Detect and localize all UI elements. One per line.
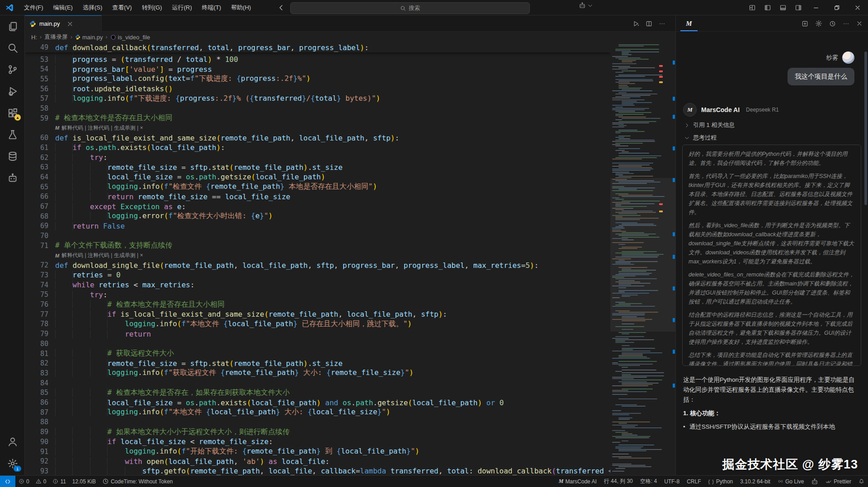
sticky-scroll-line[interactable]: 49def download_callback(transferred, tot…	[25, 42, 610, 52]
menu-转到[interactable]: 转到(G)	[137, 0, 167, 15]
code-line-62[interactable]: 62 try:	[25, 153, 610, 163]
code-line-64[interactable]: 64 local_file_size = os.path.getsize(loc…	[25, 172, 610, 182]
status-language-mode[interactable]: { }Python	[704, 476, 736, 487]
code-line-76[interactable]: 76 # 检查本地文件是否存在且大小相同	[25, 300, 610, 309]
minimize-button[interactable]	[806, 0, 826, 15]
menu-查看[interactable]: 查看(V)	[107, 0, 137, 15]
nav-back-icon[interactable]	[278, 4, 285, 11]
ai-assistant-button[interactable]	[579, 2, 593, 9]
code-line-90[interactable]: 90 if local_file_size < remote_file_size…	[25, 437, 610, 447]
code-line-86[interactable]: 86 local_file_size = os.path.exists(loca…	[25, 398, 610, 407]
code-line-63[interactable]: 63 remote_file_size = sftp.stat(remote_f…	[25, 162, 610, 172]
new-chat-icon[interactable]	[802, 20, 808, 27]
code-line-92[interactable]: 92 with open(local_file_path, 'ab') as l…	[25, 456, 610, 466]
status-warnings[interactable]: 0	[33, 476, 50, 487]
code-line-73[interactable]: 73 retries = 0	[25, 270, 610, 280]
codelens-actions[interactable]: M解释代码 | 注释代码 | 生成单测 | ×	[55, 251, 143, 261]
activity-extensions[interactable]: ▲	[0, 102, 25, 124]
code-line-57[interactable]: 57 logging.info(f"下载进度: {progress:.2f}% …	[25, 94, 610, 104]
remote-indicator[interactable]	[0, 476, 15, 487]
code-line-84[interactable]: 84	[25, 378, 610, 388]
activity-search[interactable]	[0, 37, 25, 59]
menu-终端[interactable]: 终端(T)	[197, 0, 226, 15]
status-eol[interactable]: CRLF	[683, 476, 704, 487]
activity-run-and-debug[interactable]	[0, 80, 25, 102]
status-ai-status[interactable]	[807, 476, 822, 487]
code-line-61[interactable]: 61 if os.path.exists(local_file_path):	[25, 143, 610, 153]
restore-button[interactable]	[826, 0, 847, 15]
code-line-58[interactable]: 58	[25, 103, 610, 113]
breadcrumb-item[interactable]: main.py	[75, 34, 103, 41]
code-line-72[interactable]: 72def download_single_file(remote_file_p…	[25, 260, 610, 270]
code-line-54[interactable]: 54 progress_bar['value'] = progress	[25, 64, 610, 74]
panel-more-icon[interactable]	[843, 20, 849, 27]
code-line-75[interactable]: 75 try:	[25, 290, 610, 300]
global-search-input[interactable]: 搜索	[290, 2, 530, 14]
panel-scrollbar[interactable]	[864, 52, 867, 205]
status-file-size[interactable]: 12.05 KiB	[69, 476, 99, 487]
code-line-85[interactable]: 85 # 检查本地文件是否存在，如果存在则获取本地文件大小	[25, 388, 610, 398]
thinking-fold[interactable]: 思考过程	[684, 134, 717, 142]
code-line-74[interactable]: 74 while retries < max_retries:	[25, 280, 610, 290]
code-line-89[interactable]: 89 # 如果本地文件大小小于远程文件大小，则进行断点续传	[25, 427, 610, 437]
run-file-button[interactable]	[632, 20, 639, 27]
breadcrumb-item[interactable]: 直播录屏	[44, 33, 68, 41]
marscode-tab[interactable]: M	[682, 19, 696, 28]
toggle-secondary-sidebar-icon[interactable]	[795, 4, 802, 11]
status-encoding[interactable]: UTF-8	[660, 476, 683, 487]
code-line-78[interactable]: 78 logging.info(f"本地文件 {local_file_path}…	[25, 319, 610, 329]
code-line-66[interactable]: 66 return remote_file_size == local_file…	[25, 192, 610, 202]
status-notifications[interactable]	[855, 476, 868, 487]
status-codetime[interactable]: CodeTime: Without Token	[99, 476, 176, 487]
code-line-71[interactable]: 71# 单个文件下载函数，支持断点续传	[25, 241, 610, 251]
close-window-button[interactable]	[847, 0, 868, 15]
status-indentation[interactable]: 空格: 4	[637, 476, 660, 487]
code-line-83[interactable]: 83 logging.info(f"获取远程文件 {remote_file_pa…	[25, 368, 610, 378]
activity-explorer[interactable]	[0, 15, 25, 37]
breadcrumb-item[interactable]: H:	[31, 34, 37, 41]
menu-运行[interactable]: 运行(R)	[167, 0, 197, 15]
menu-编辑[interactable]: 编辑(E)	[48, 0, 78, 15]
code-editor[interactable]: 52 return53 progress = (transferred / to…	[25, 42, 610, 475]
code-line-65[interactable]: 65 logging.info(f"检查文件 {remote_file_path…	[25, 182, 610, 192]
code-line-56[interactable]: 56 root.update_idletasks()	[25, 84, 610, 94]
toggle-sidebar-icon[interactable]	[764, 4, 771, 11]
code-line-67[interactable]: 67 except Exception as e:	[25, 201, 610, 211]
status-prettier[interactable]: Prettier	[822, 476, 855, 487]
history-icon[interactable]	[829, 20, 836, 27]
menu-选择[interactable]: 选择(S)	[78, 0, 107, 15]
code-line-81[interactable]: 81 # 获取远程文件大小	[25, 349, 610, 359]
activity-accounts[interactable]	[0, 431, 25, 453]
customize-layout-icon[interactable]	[749, 4, 756, 11]
activity-source-control[interactable]	[0, 59, 25, 80]
toggle-panel-icon[interactable]	[779, 4, 787, 11]
code-line-88[interactable]: 88	[25, 417, 610, 427]
code-line-60[interactable]: 60def is_local_file_exist_and_same_size(…	[25, 133, 610, 143]
status-python-interpreter[interactable]: 3.10.2 64-bit	[736, 476, 774, 487]
activity-ai-assistant[interactable]	[0, 167, 25, 189]
panel-settings-icon[interactable]	[815, 20, 822, 27]
menu-帮助[interactable]: 帮助(H)	[226, 0, 256, 15]
activity-testing[interactable]	[0, 124, 25, 145]
status-go-live[interactable]: Go Live	[774, 476, 807, 487]
tab-close-icon[interactable]	[67, 21, 73, 27]
status-info-count[interactable]: 11	[49, 476, 69, 487]
panel-close-icon[interactable]	[856, 20, 863, 27]
split-editor-icon[interactable]	[646, 20, 652, 27]
status-errors[interactable]: 0	[15, 476, 33, 487]
reference-fold[interactable]: 引用 1 相关信息	[684, 121, 735, 129]
minimap[interactable]	[610, 42, 675, 475]
code-line-70[interactable]: 70	[25, 231, 610, 241]
status-marscode-ai[interactable]: MMarsCode AI	[555, 476, 600, 487]
status-cursor-position[interactable]: 行 44, 列 30	[600, 476, 637, 487]
code-line-77[interactable]: 77 if is_local_file_exist_and_same_size(…	[25, 309, 610, 319]
code-line-79[interactable]: 79 return	[25, 329, 610, 339]
codelens-actions[interactable]: M解释代码 | 注释代码 | 生成单测 | ×	[55, 123, 143, 133]
breadcrumb-item[interactable]: is_video_file	[110, 34, 151, 41]
tab-main-py[interactable]: main.py	[25, 15, 102, 32]
code-line-53[interactable]: 53 progress = (transferred / total) * 10…	[25, 55, 610, 65]
activity-database[interactable]	[0, 145, 25, 167]
code-line-87[interactable]: 87 logging.info(f"本地文件 {local_file_path}…	[25, 407, 610, 417]
menu-文件[interactable]: 文件(F)	[19, 0, 48, 15]
code-line-80[interactable]: 80	[25, 339, 610, 349]
